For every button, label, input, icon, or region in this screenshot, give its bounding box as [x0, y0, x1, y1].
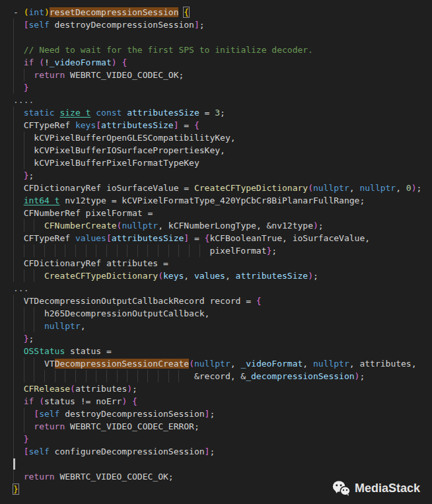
code-token: } [24, 83, 29, 92]
code-token: kCFBooleanTrue, ioSurfaceValue, [209, 233, 370, 243]
code-line[interactable]: }; [13, 332, 432, 345]
code-line[interactable]: [self configureDecompressionSession]; [13, 445, 432, 458]
code-token: int64_t [24, 196, 60, 205]
code-line[interactable]: CFNumberRef pixelFormat = [13, 207, 432, 219]
code-token: status = [65, 346, 111, 356]
code-token: kCVPixelBufferPixelFormatTypeKey [13, 158, 199, 168]
code-token: { [256, 296, 262, 306]
code-token: ( [158, 271, 163, 281]
code-line[interactable]: CreateCFTypeDictionary(keys, values, att… [13, 270, 432, 282]
code-token: , [231, 359, 241, 369]
code-token: WEBRTC_VIDEO_CODEC_ERROR; [65, 421, 199, 431]
code-token: ; [28, 170, 34, 180]
code-line[interactable]: kCVPixelBufferOpenGLESCompatibilityKey, [13, 131, 432, 144]
code-line[interactable]: OSStatus status = [13, 345, 432, 357]
code-token [13, 45, 24, 55]
code-token: } [13, 484, 18, 494]
code-token [13, 83, 24, 92]
code-line[interactable]: VTDecompressionSessionCreate(nullptr, _v… [13, 357, 432, 370]
code-token: CreateCFTypeDictionary [44, 271, 158, 281]
code-token: ... [13, 283, 28, 293]
code-line[interactable]: [self destroyDecompressionSession]; [13, 18, 432, 31]
code-token: CFTypeRef [13, 233, 75, 243]
code-token: attributesSize [127, 108, 199, 118]
code-line[interactable]: pixelFormat}; [13, 244, 432, 257]
code-line[interactable]: h265DecompressionOutputCallback, [13, 307, 432, 320]
code-token [13, 271, 44, 281]
code-token: ; [28, 334, 34, 343]
code-token: &record, & [13, 371, 246, 381]
code-token: return [34, 70, 65, 80]
code-token: { [184, 7, 189, 17]
code-line[interactable]: CFTypeRef values[attributesSize] = {kCFB… [13, 232, 432, 244]
code-token: keys [75, 120, 96, 130]
code-token: configureDecompressionSession [50, 447, 205, 456]
code-line[interactable]: [self destroyDecompressionSession]; [13, 408, 432, 420]
code-line[interactable]: CFDictionaryRef attributes = [13, 257, 432, 270]
code-token [13, 434, 24, 444]
code-token: ( [308, 183, 313, 193]
code-token: attributes [75, 384, 127, 394]
code-token: ( [70, 384, 75, 394]
code-line[interactable]: int64_t nv12type = kCVPixelFormatType_42… [13, 194, 432, 207]
code-token: , kCFNumberLongType, &nv12type [158, 221, 313, 231]
code-token [13, 409, 34, 419]
code-token [13, 70, 34, 80]
code-token: ; [132, 384, 137, 394]
code-token: , [349, 183, 360, 193]
code-token: , attributes, [349, 359, 417, 369]
code-line[interactable]: nullptr, [13, 320, 432, 332]
code-line[interactable]: // Need to wait for the first SPS to ini… [13, 44, 432, 56]
code-line[interactable]: kCVPixelBufferIOSurfacePropertiesKey, [13, 144, 432, 157]
code-token: ] [184, 233, 189, 243]
watermark: MediaStack [332, 480, 420, 496]
code-line[interactable]: &record, &_decompressionSession); [13, 370, 432, 382]
code-line[interactable]: if (!_videoFormat) { [13, 56, 432, 69]
code-line[interactable]: CFRelease(attributes); [13, 382, 432, 395]
code-line[interactable] [13, 31, 432, 44]
code-line[interactable]: static size_t const attributesSize = 3; [13, 106, 432, 119]
code-line[interactable]: } [13, 81, 432, 94]
code-line[interactable] [13, 458, 432, 470]
code-token: _videoFormat [50, 57, 112, 67]
code-token: attributesSize [236, 271, 308, 281]
code-line[interactable]: - (int)resetDecompressionSession { [13, 6, 432, 18]
code-token: OSStatus [24, 346, 65, 356]
code-line[interactable]: ... [13, 282, 432, 295]
code-token: ] [194, 20, 199, 30]
code-token: ) [308, 271, 313, 281]
code-token: ( [39, 396, 44, 406]
code-token: ; [199, 20, 205, 30]
code-token: nullptr [194, 359, 231, 369]
code-line[interactable]: return WEBRTC_VIDEO_CODEC_OK; [13, 69, 432, 81]
code-token: ( [189, 359, 194, 369]
code-token: [ [96, 120, 101, 130]
code-line[interactable]: return WEBRTC_VIDEO_CODEC_ERROR; [13, 420, 432, 433]
code-line[interactable]: } [13, 433, 432, 445]
code-token: const [96, 108, 122, 118]
code-token: size_t [59, 108, 90, 118]
code-token: _videoFormat [240, 359, 303, 369]
code-token: kCVPixelBufferOpenGLESCompatibilityKey, [13, 133, 236, 143]
code-token [13, 321, 44, 331]
code-token: VT [44, 359, 55, 369]
code-token: destroyDecompressionSession [59, 409, 204, 419]
code-line[interactable]: .... [13, 94, 432, 106]
code-token: 0 [406, 183, 412, 193]
code-line[interactable]: kCVPixelBufferPixelFormatTypeKey [13, 157, 432, 169]
code-line[interactable]: if (status != noErr) { [13, 395, 432, 408]
code-token: CFDictionaryRef attributes = [13, 258, 168, 268]
code-token: ; [271, 246, 277, 256]
code-token: if [24, 396, 34, 406]
code-token: 3 [215, 108, 220, 118]
code-token: = [199, 108, 215, 118]
code-line[interactable]: CFNumberCreate(nullptr, kCFNumberLongTyp… [13, 219, 432, 232]
wechat-icon [332, 480, 350, 496]
code-editor[interactable]: - (int)resetDecompressionSession { [self… [0, 0, 432, 504]
code-line[interactable]: CFTypeRef keys[attributesSize] = { [13, 119, 432, 131]
code-line[interactable]: VTDecompressionOutputCallbackRecord reco… [13, 295, 432, 307]
code-line[interactable]: }; [13, 169, 432, 182]
code-line[interactable]: CFDictionaryRef ioSurfaceValue = CreateC… [13, 182, 432, 194]
code-token: if [24, 57, 34, 67]
code-token: WEBRTC_VIDEO_CODEC_OK; [55, 472, 174, 482]
